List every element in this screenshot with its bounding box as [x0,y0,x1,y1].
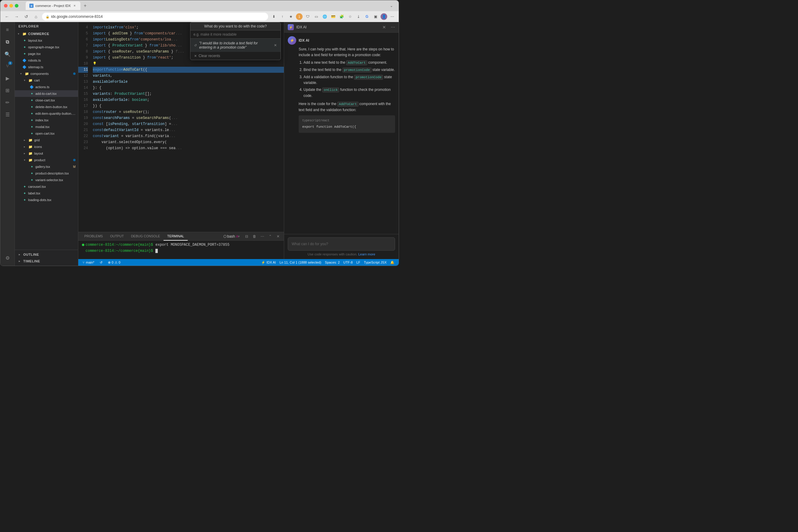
tree-item-close-cart[interactable]: ✦ close-cart.tsx [15,97,78,103]
minimize-button[interactable] [10,4,13,7]
clear-recents-button[interactable]: ✕ Clear recents [191,52,280,60]
ai-panel-close-button[interactable]: ✕ [382,25,386,30]
tree-item-actions[interactable]: 🔷 actions.ts [15,84,78,90]
tree-item-layout-folder[interactable]: ▸ 📁 layout [15,150,78,157]
split-terminal-button[interactable]: ⊟ [243,233,250,240]
tree-item-opengraph[interactable]: ✦ opengraph-image.tsx [15,44,78,51]
settings-icon[interactable]: ⚙ [2,252,13,263]
refresh-button[interactable]: ↺ [23,13,30,20]
search-icon[interactable]: 🔍 [2,49,13,59]
suggestion-close-button[interactable]: ✕ [274,43,277,48]
sidebar-bottom: ▸ OUTLINE ▸ TIMELINE [15,250,78,266]
status-spaces[interactable]: Spaces: 2 [324,259,341,266]
tree-item-delete-button[interactable]: ✦ delete-item-button.tsx [15,103,78,110]
terminal-up-button[interactable]: ⌃ [267,233,274,240]
download-icon[interactable]: ⬇ [271,13,277,20]
sidebar-toggle[interactable]: ▣ [372,13,379,20]
tab-close-button[interactable]: ✕ [73,4,77,8]
status-errors[interactable]: ⊗ 0 ⚠ 0 [107,259,122,266]
tree-item-components[interactable]: ▾ 📁 components [15,70,78,77]
ai-intro-text: Sure, I can help you with that. Here are… [298,47,394,57]
ai-input-box[interactable]: What can I do for you? [288,237,395,251]
menu-icon[interactable]: ≡ [2,24,13,35]
tree-item-icons[interactable]: ▸ 📁 icons [15,144,78,150]
ai-dialog-textbox[interactable] [194,32,277,37]
status-branch[interactable]: ⑂ main* [81,259,95,266]
status-encoding[interactable]: UTF-8 [342,259,354,266]
tab-debug-console[interactable]: DEBUG CONSOLE [127,232,164,241]
globe-icon[interactable]: 🌐 [321,13,328,20]
home-button[interactable]: ⌂ [32,13,40,20]
ai-suggestion[interactable]: ↺ "I would like to include a text field … [191,39,280,52]
user-avatar[interactable]: 👤 [381,13,387,20]
profile-icon-1[interactable]: 1 [296,13,303,20]
bookmark-icon[interactable]: ★ [288,13,294,20]
maximize-button[interactable] [15,4,18,7]
google-icon[interactable]: G [364,13,370,20]
close-button[interactable] [4,4,7,7]
tree-item-edit-qty[interactable]: ✦ edit-item-quantity-button.tsx [15,110,78,117]
file-label: modal.tsx [35,125,76,129]
outline-section[interactable]: ▸ OUTLINE [15,251,78,258]
download2-icon[interactable]: ⤓ [355,13,362,20]
status-position[interactable]: Ln 11, Col 1 (1888 selected) [278,259,323,266]
status-bell[interactable]: 🔔 [389,259,396,266]
source-control-icon[interactable]: ⑂ 3 [2,61,13,72]
tree-item-product-desc[interactable]: ✦ product-description.tsx [15,170,78,177]
star-icon[interactable]: ☆ [347,13,353,20]
terminal-close-button[interactable]: ✕ [275,233,282,240]
new-tab-button[interactable]: + [81,2,89,10]
tree-item-robots[interactable]: 🔷 robots.ts [15,57,78,64]
run-icon[interactable]: ▶ [2,73,13,84]
back-button[interactable]: ← [3,13,11,20]
status-bar: ⑂ main* ↺ ⊗ 0 ⚠ 0 ⚡ IDX AI Ln 11, Col 1 … [78,259,399,266]
status-sync[interactable]: ↺ [98,259,104,266]
tree-item-layout[interactable]: ✦ layout.tsx [15,37,78,44]
security-icon[interactable]: 🛡 [304,13,311,20]
tree-item-open-cart[interactable]: ✦ open-cart.tsx [15,130,78,137]
ai-logo: ⚡ [288,24,294,30]
add-terminal-button[interactable]: + [235,233,242,240]
tree-item-loading-dots[interactable]: ✦ loading-dots.tsx [15,196,78,203]
paint-icon[interactable]: ✏ [2,97,13,108]
extension-icon[interactable]: 🧩 [338,13,345,20]
forward-button[interactable]: → [13,13,20,20]
status-ai[interactable]: ⚡ IDX AI [260,259,277,266]
learn-more-link[interactable]: Learn more [358,252,375,256]
status-line-ending[interactable]: LF [355,259,362,266]
tab-output[interactable]: OUTPUT [106,232,127,241]
ai-panel-more-button[interactable]: ⋯ [391,25,395,30]
tree-item-cart[interactable]: ▾ 📁 cart [15,77,78,84]
tree-item-product[interactable]: ▾ 📁 product [15,157,78,163]
tree-item-add-to-cart[interactable]: ✦ add-to-cart.tsx [15,90,78,97]
more-button[interactable]: ⋯ [389,13,396,20]
tree-item-page[interactable]: ✦ page.tsx [15,51,78,57]
tree-root-commerce[interactable]: ▾ 📁 COMMERCE [15,31,78,37]
tree-item-sitemap[interactable]: 🔷 sitemap.ts [15,64,78,70]
tree-item-carousel[interactable]: ✦ carousel.tsx [15,183,78,190]
status-language[interactable]: TypeScript JSX [363,259,388,266]
tree-item-modal[interactable]: ✦ modal.tsx [15,124,78,130]
file-label: sitemap.ts [28,65,76,69]
terminal-more-button[interactable]: ⋯ [259,233,266,240]
tab-terminal[interactable]: TERMINAL [164,232,188,241]
tree-item-gallery[interactable]: ✦ gallery.tsx M [15,163,78,170]
tsx-icon: ✦ [29,164,34,169]
explorer-icon[interactable]: ⧉ [2,37,13,48]
extensions-icon[interactable]: ⊞ [2,85,13,96]
address-bar[interactable]: 🔒 idx.google.com/commerce-8314 [42,13,268,21]
list-icon[interactable]: ☰ [2,109,13,120]
browser-menu-button[interactable]: ⌄ [388,2,395,10]
tree-item-grid[interactable]: ▸ 📁 grid [15,137,78,144]
timeline-section[interactable]: ▸ TIMELINE [15,258,78,265]
tab-problems[interactable]: PROBLEMS [81,232,106,241]
activity-bar: ≡ ⧉ 🔍 ⑂ 3 ▶ ⊞ ✏ ☰ ⚙ [0,22,15,266]
active-tab[interactable]: ◈ commerce - Project IDX ✕ [26,1,80,10]
kill-terminal-button[interactable]: 🗑 [251,233,258,240]
reader-icon[interactable]: ▭ [313,13,320,20]
share-icon[interactable]: ↑ [279,13,286,20]
tree-item-label[interactable]: ✦ label.tsx [15,190,78,196]
tree-item-index[interactable]: ✦ index.tsx [15,117,78,124]
wallet-icon[interactable]: 💳 [330,13,337,20]
tree-item-variant-selector[interactable]: ✦ variant-selector.tsx [15,177,78,183]
